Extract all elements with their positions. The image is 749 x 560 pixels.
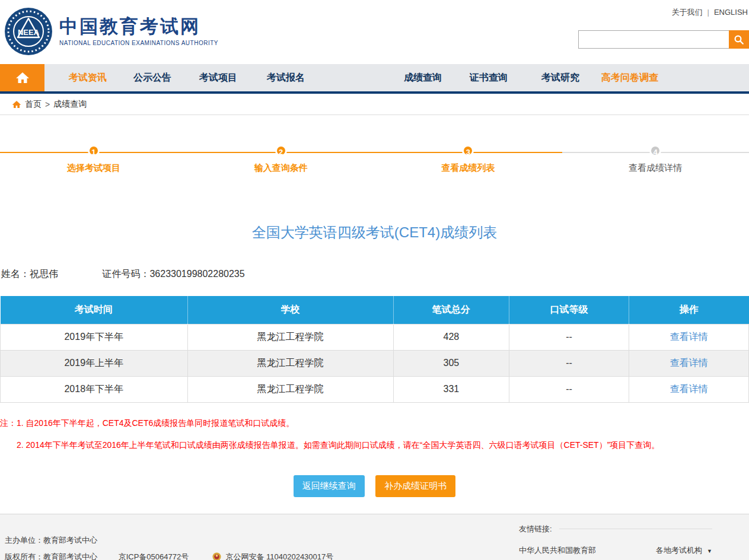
table-row: 2019年下半年 黑龙江工程学院 428 -- 查看详情 [1,324,749,350]
icp-number: 京ICP备05064772号 [119,552,189,560]
site-header: NEEA 中国教育考试网 NATIONAL EDUCATION EXAMINAT… [0,0,749,64]
nav-item-exam-research[interactable]: 考试研究 [541,72,579,84]
friend-links-label: 友情链接: [519,524,552,534]
cell-written-score: 428 [393,324,509,350]
step-indicator: 1 选择考试项目 2 输入查询条件 3 查看成绩列表 4 查看成绩详情 [0,142,749,180]
step-2-enter-query: 2 输入查询条件 [187,142,375,174]
about-us-link[interactable]: 关于我们 [672,8,703,17]
chevron-down-icon: ▼ [707,548,712,554]
step-3-view-score-list: 3 查看成绩列表 [375,142,562,174]
search-input[interactable] [578,30,729,49]
nav-item-exam-programs[interactable]: 考试项目 [199,72,237,84]
score-table: 考试时间 学校 笔试总分 口试等级 操作 2019年下半年 黑龙江工程学院 42… [0,296,749,403]
cell-exam-time: 2019年上半年 [1,350,188,376]
home-icon [15,71,30,85]
search-button[interactable] [729,30,749,49]
view-detail-link[interactable]: 查看详情 [670,358,708,368]
site-subtitle: NATIONAL EDUCATION EXAMINATIONS AUTHORIT… [59,40,218,46]
table-header-row: 考试时间 学校 笔试总分 口试等级 操作 [1,296,749,324]
moe-link[interactable]: 中华人民共和国教育部 [519,545,596,556]
site-logo[interactable]: NEEA 中国教育考试网 NATIONAL EDUCATION EXAMINAT… [5,8,218,55]
step-4-circle: 4 [649,145,661,157]
cell-oral-grade: -- [509,376,629,402]
step-1-circle: 1 [88,145,100,157]
site-title: 中国教育考试网 [59,17,218,37]
cell-oral-grade: -- [509,350,629,376]
english-link[interactable]: ENGLISH [714,8,748,17]
step-2-label: 输入查询条件 [187,163,375,174]
note-1: 注：1. 自2016年下半年起，CET4及CET6成绩报告单同时报道笔试和口试成… [0,417,749,429]
svg-text:NEEA: NEEA [18,28,40,37]
step-4-label: 查看成绩详情 [562,163,749,174]
cell-written-score: 331 [393,376,509,402]
search-area [578,30,749,49]
cell-school: 黑龙江工程学院 [187,376,393,402]
page: NEEA 中国教育考试网 NATIONAL EDUCATION EXAMINAT… [0,0,749,560]
search-icon [734,34,744,45]
col-header-school: 学校 [187,296,393,324]
breadcrumb-separator: > [45,100,50,109]
page-title: 全国大学英语四级考试(CET4)成绩列表 [0,223,749,242]
reissue-certificate-button[interactable]: 补办成绩证明书 [375,475,455,497]
score-notes: 注：1. 自2016年下半年起，CET4及CET6成绩报告单同时报道笔试和口试成… [0,417,749,451]
nav-item-announcements[interactable]: 公示公告 [133,72,171,84]
nav-home-button[interactable] [0,64,44,91]
step-3-label: 查看成绩列表 [375,163,562,174]
step-2-circle: 2 [275,145,287,157]
organizer-line: 主办单位：教育部考试中心 [5,532,333,549]
cell-school: 黑龙江工程学院 [187,350,393,376]
breadcrumb-home-icon [12,100,21,109]
friend-links-rule [559,529,712,529]
step-4-view-score-detail: 4 查看成绩详情 [562,142,749,174]
back-to-query-button[interactable]: 返回继续查询 [294,475,365,497]
copyright-line: 版权所有：教育部考试中心 [5,552,97,560]
col-header-exam-time: 考试时间 [1,296,188,324]
nav-item-exam-news[interactable]: 考试资讯 [69,72,107,84]
table-row: 2019年上半年 黑龙江工程学院 305 -- 查看详情 [1,350,749,376]
col-header-written-score: 笔试总分 [393,296,509,324]
nav-item-exam-registration[interactable]: 考试报名 [267,72,305,84]
link-separator: | [707,8,709,17]
action-buttons: 返回继续查询 补办成绩证明书 [0,475,749,497]
name-label: 姓名： [1,269,30,279]
note-2: 2. 2014年下半年考试至2016年上半年笔试和口试成绩由两张成绩报告单报道。… [0,439,749,451]
candidate-info: 姓名：祝思伟 证件号码：362330199802280235 [0,268,749,281]
cell-written-score: 305 [393,350,509,376]
breadcrumb-home-link[interactable]: 首页 [25,99,42,110]
cell-school: 黑龙江工程学院 [187,324,393,350]
id-label: 证件号码： [102,269,149,279]
main-nav: 考试资讯 公示公告 考试项目 考试报名 成绩查询 证书查询 考试研究 高考问卷调… [0,64,749,94]
cell-exam-time: 2019年下半年 [1,324,188,350]
cell-exam-time: 2018年下半年 [1,376,188,402]
footer-legal: 主办单位：教育部考试中心 版权所有：教育部考试中心 京ICP备05064772号… [5,532,333,560]
step-1-select-exam: 1 选择考试项目 [0,142,187,174]
nav-item-certificate-inquiry[interactable]: 证书查询 [470,72,508,84]
site-title-block: 中国教育考试网 NATIONAL EDUCATION EXAMINATIONS … [59,17,218,46]
breadcrumb-current: 成绩查询 [53,99,87,110]
breadcrumb: 首页 > 成绩查询 [0,94,749,115]
local-exam-authorities-dropdown[interactable]: 各地考试机构▼ [656,545,712,556]
table-row: 2018年下半年 黑龙江工程学院 331 -- 查看详情 [1,376,749,402]
neea-emblem-icon: NEEA [5,8,52,55]
nav-items: 考试资讯 公示公告 考试项目 考试报名 成绩查询 证书查询 考试研究 高考问卷调… [44,64,658,91]
name-value: 祝思伟 [30,269,58,279]
nav-item-gaokao-survey[interactable]: 高考问卷调查 [601,72,658,84]
cell-oral-grade: -- [509,324,629,350]
view-detail-link[interactable]: 查看详情 [670,332,708,342]
footer-links: 友情链接: 中华人民共和国教育部 各地考试机构▼ [519,524,712,556]
top-utility-links: 关于我们|ENGLISH [672,7,748,18]
nav-item-score-inquiry[interactable]: 成绩查询 [404,72,442,84]
police-badge-icon [212,552,221,560]
site-footer: 主办单位：教育部考试中心 版权所有：教育部考试中心 京ICP备05064772号… [0,514,749,560]
step-1-label: 选择考试项目 [0,163,187,174]
view-detail-link[interactable]: 查看详情 [670,384,708,394]
step-3-circle: 3 [462,145,474,157]
police-number: 京公网安备 11040202430017号 [225,552,333,560]
col-header-action: 操作 [629,296,749,324]
id-value: 362330199802280235 [149,269,244,279]
col-header-oral-grade: 口试等级 [509,296,629,324]
